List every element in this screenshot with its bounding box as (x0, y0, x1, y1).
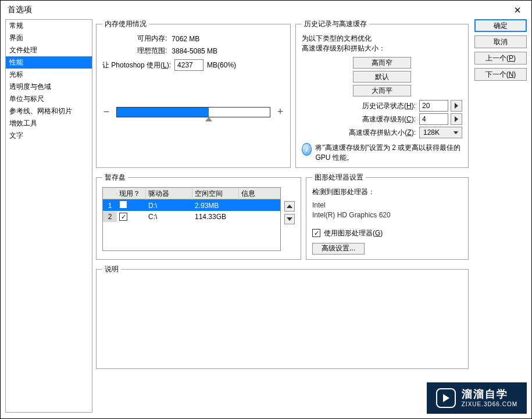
cache-info-text: 将"高速缓存级别"设置为 2 或更高以获得最佳的 GPU 性能。 (315, 143, 462, 163)
watermark: 溜溜自学 ZIXUE.3D66.COM (427, 382, 527, 414)
big-flat-button[interactable]: 大而平 (353, 85, 411, 96)
memory-increase-button[interactable]: + (276, 106, 284, 118)
next-mnemonic: N (509, 70, 514, 78)
memory-decrease-button[interactable]: − (102, 106, 110, 118)
sidebar-item-plugins[interactable]: 增效工具 (6, 117, 92, 130)
memory-group: 内存使用情况 可用内存: 7062 MB 理想范围: 3884-5085 MB … (96, 19, 291, 168)
default-button[interactable]: 默认 (353, 71, 411, 83)
close-icon[interactable]: × (510, 4, 524, 16)
col-info: 信息 (239, 188, 280, 200)
available-memory-label: 可用内存: (137, 34, 167, 44)
prev-mnemonic: P (509, 54, 513, 62)
row-info (239, 216, 280, 218)
col-active: 现用？ (117, 188, 146, 200)
next-label: 下一个( (485, 70, 509, 80)
cache-levels-more-button[interactable] (451, 113, 462, 125)
row-info (239, 205, 280, 207)
sidebar-item-interface[interactable]: 界面 (6, 32, 92, 44)
triangle-right-icon (455, 116, 458, 122)
cache-tile-select[interactable]: 128K (419, 127, 462, 138)
use-gpu-checkbox[interactable]: ✓ (312, 229, 320, 237)
history-states-input[interactable] (419, 100, 448, 112)
active-checkbox[interactable] (119, 200, 127, 209)
available-memory-value: 7062 MB (172, 35, 199, 43)
row-drive: D:\ (146, 200, 192, 211)
table-row[interactable]: 2 ✓ C:\ 114.33GB (103, 211, 280, 223)
sidebar-item-type[interactable]: 文字 (6, 130, 92, 142)
optimize-text-1: 为以下类型的文档优化 (302, 34, 462, 44)
description-legend: 说明 (102, 264, 121, 274)
ideal-range-label: 理想范围: (137, 46, 167, 56)
active-checkbox[interactable]: ✓ (119, 213, 127, 221)
move-up-button[interactable] (284, 201, 295, 212)
ok-button[interactable]: 确定 (474, 19, 527, 32)
sidebar: 常规 界面 文件处理 性能 光标 透明度与色域 单位与标尺 参考线、网格和切片 … (5, 19, 92, 413)
history-states-more-button[interactable] (451, 100, 462, 112)
gpu-vendor: Intel (312, 200, 462, 210)
col-drive: 驱动器 (146, 188, 192, 200)
scratch-disks-group: 暂存盘 现用？ 驱动器 空闲空间 信息 1 (96, 173, 301, 260)
gpu-detected-label: 检测到图形处理器： (312, 187, 462, 197)
sidebar-item-transparency[interactable]: 透明度与色域 (6, 81, 92, 93)
description-group: 说明 (96, 264, 469, 369)
memory-unit: MB(60%) (207, 61, 236, 69)
memory-slider-fill (117, 108, 209, 117)
scratch-disks-table: 现用？ 驱动器 空闲空间 信息 1 D:\ 2.93MB (102, 187, 281, 251)
history-cache-group: 历史记录与高速缓存 为以下类型的文档优化 高速缓存级别和拼贴大小： 高而窄 默认… (295, 19, 469, 168)
prev-button[interactable]: 上一个(P) (474, 52, 527, 65)
memory-slider-handle-icon[interactable] (205, 117, 212, 121)
let-ps-use-label: 让 Photoshop 使用(L): (102, 60, 171, 70)
memory-input[interactable] (174, 59, 203, 71)
prev-label: 上一个( (485, 53, 509, 63)
triangle-up-icon (287, 205, 292, 208)
memory-legend: 内存使用情况 (102, 19, 149, 29)
sidebar-item-units[interactable]: 单位与标尺 (6, 93, 92, 105)
ideal-range-value: 3884-5085 MB (172, 47, 217, 55)
next-button[interactable]: 下一个(N) (474, 68, 527, 81)
table-row[interactable]: 1 D:\ 2.93MB (103, 199, 280, 211)
history-cache-legend: 历史记录与高速缓存 (302, 19, 369, 29)
row-drive: C:\ (146, 212, 192, 222)
cache-levels-input[interactable] (419, 113, 448, 125)
sidebar-item-cursors[interactable]: 光标 (6, 69, 92, 81)
use-gpu-label: 使用图形处理器(G) (324, 228, 383, 238)
sidebar-item-guides[interactable]: 参考线、网格和切片 (6, 105, 92, 117)
gpu-legend: 图形处理器设置 (312, 173, 366, 182)
triangle-down-icon (287, 217, 292, 221)
gpu-group: 图形处理器设置 检测到图形处理器： Intel Intel(R) HD Grap… (306, 173, 469, 260)
memory-slider[interactable] (116, 107, 270, 117)
cache-tile-value: 128K (423, 128, 440, 137)
gpu-name: Intel(R) HD Graphics 620 (312, 210, 462, 220)
cache-levels-label: 高速缓存级别(C): (362, 114, 416, 124)
tall-thin-button[interactable]: 高而窄 (353, 57, 411, 69)
row-free: 2.93MB (192, 200, 239, 211)
watermark-big: 溜溜自学 (462, 388, 517, 401)
history-states-label: 历史记录状态(H): (362, 101, 416, 111)
sidebar-item-general[interactable]: 常规 (6, 20, 92, 32)
row-index: 2 (103, 212, 117, 222)
triangle-right-icon (455, 103, 458, 109)
scratch-disks-legend: 暂存盘 (102, 173, 128, 182)
watermark-small: ZIXUE.3D66.COM (462, 401, 517, 408)
chevron-down-icon (454, 131, 458, 134)
window-title: 首选项 (8, 5, 32, 15)
sidebar-item-file-handling[interactable]: 文件处理 (6, 44, 92, 56)
optimize-text-2: 高速缓存级别和拼贴大小： (302, 44, 462, 53)
sidebar-item-performance[interactable]: 性能 (6, 56, 92, 69)
cache-tile-label: 高速缓存拼贴大小(Z): (349, 128, 416, 138)
watermark-logo-icon (436, 388, 456, 408)
cancel-button[interactable]: 取消 (474, 35, 527, 48)
move-down-button[interactable] (284, 214, 295, 224)
row-index: 1 (103, 200, 117, 211)
info-icon: i (302, 143, 312, 156)
col-free: 空闲空间 (192, 188, 239, 200)
row-free: 114.33GB (192, 212, 239, 222)
gpu-advanced-button[interactable]: 高级设置... (312, 243, 365, 255)
